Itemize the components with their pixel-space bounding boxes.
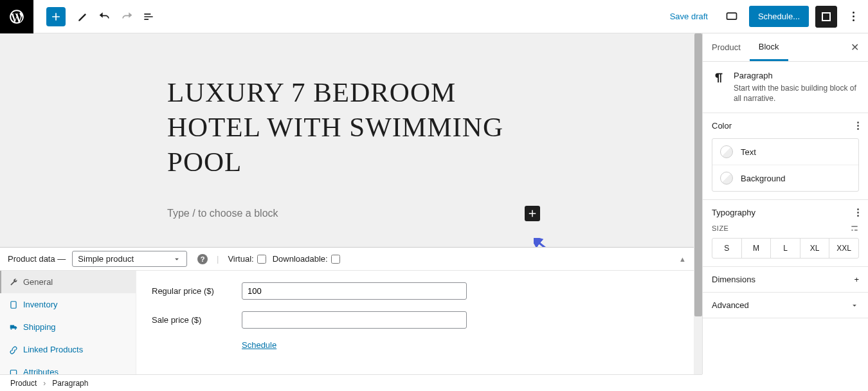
breadcrumb: Product › Paragraph (0, 374, 702, 391)
svg-rect-0 (727, 13, 736, 19)
breadcrumb-root[interactable]: Product (10, 379, 37, 388)
wordpress-icon (8, 8, 25, 25)
block-type-name: Paragraph (734, 71, 859, 80)
save-draft-button[interactable]: Save draft (664, 6, 714, 26)
tab-attributes[interactable]: Attributes (0, 361, 136, 374)
tab-product[interactable]: Product (703, 33, 750, 61)
sale-price-input[interactable] (242, 311, 467, 329)
breadcrumb-current[interactable]: Paragraph (52, 379, 88, 388)
svg-rect-3 (10, 370, 16, 374)
size-l[interactable]: L (771, 239, 800, 258)
redo-icon (120, 10, 133, 23)
add-block-button[interactable] (525, 206, 540, 221)
collapse-metabox[interactable]: ▲ (679, 255, 686, 263)
svg-rect-2 (11, 301, 16, 308)
scrollbar[interactable] (694, 33, 702, 374)
link-icon (9, 345, 18, 354)
size-xl[interactable]: XL (800, 239, 830, 258)
color-swatch-icon (720, 172, 733, 185)
wordpress-logo[interactable] (0, 0, 33, 33)
text-color-option[interactable]: Text (712, 139, 858, 165)
list-icon (142, 10, 155, 23)
sale-price-label: Sale price ($) (152, 315, 229, 325)
typography-panel-header[interactable]: Typography (712, 208, 859, 217)
kebab-icon (857, 208, 859, 217)
kebab-icon (857, 122, 859, 130)
post-title[interactable]: LUXURY 7 BEDROOM HOTEL WITH SWIMMING POO… (167, 75, 527, 179)
clipboard-icon (9, 300, 18, 309)
product-tabs: General Inventory Shipping Linked Produc… (0, 271, 136, 374)
wrench-icon (9, 278, 18, 287)
settings-toggle-button[interactable] (815, 6, 837, 28)
toggle-inserter-button[interactable] (46, 7, 66, 26)
preview-button[interactable] (721, 6, 743, 28)
plus-icon (50, 10, 62, 23)
sliders-icon[interactable] (850, 224, 859, 233)
downloadable-checkbox[interactable]: Downloadable: (273, 254, 340, 264)
product-data-label: Product data — (8, 254, 66, 264)
color-panel-header[interactable]: Color (712, 121, 859, 131)
undo-icon (98, 10, 111, 23)
background-color-option[interactable]: Background (712, 165, 858, 191)
redo-button[interactable] (116, 6, 138, 28)
close-settings-button[interactable]: ✕ (842, 41, 868, 53)
dimensions-panel[interactable]: Dimensions + (712, 275, 859, 284)
regular-price-label: Regular price ($) (152, 286, 229, 296)
editor-canvas: LUXURY 7 BEDROOM HOTEL WITH SWIMMING POO… (0, 33, 702, 374)
plus-icon: + (854, 275, 859, 284)
tab-inventory[interactable]: Inventory (0, 293, 136, 316)
chevron-down-icon (172, 255, 181, 264)
product-data-metabox: Product data — Simple product ? | Virtua… (0, 247, 694, 374)
size-xxl[interactable]: XXL (829, 239, 858, 258)
list-view-button[interactable] (138, 6, 159, 28)
tab-shipping[interactable]: Shipping (0, 316, 136, 338)
size-button-group: S M L XL XXL (712, 238, 859, 259)
advanced-panel[interactable]: Advanced (712, 300, 859, 310)
plus-icon (527, 208, 538, 219)
undo-button[interactable] (94, 6, 116, 28)
schedule-sale-link[interactable]: Schedule (242, 340, 276, 350)
virtual-checkbox[interactable]: Virtual: (228, 254, 266, 264)
top-toolbar: Save draft Schedule... (0, 0, 868, 33)
product-type-select[interactable]: Simple product (72, 251, 187, 267)
block-type-desc: Start with the basic building block of a… (734, 83, 859, 104)
options-button[interactable] (844, 12, 863, 21)
edit-icon (77, 10, 89, 23)
paragraph-icon (712, 71, 726, 85)
regular-price-input[interactable] (242, 282, 467, 300)
chevron-down-icon (850, 301, 859, 310)
preview-icon (725, 10, 738, 23)
truck-icon (9, 323, 18, 332)
chevron-right-icon: › (43, 379, 46, 388)
size-m[interactable]: M (742, 239, 772, 258)
tab-linked-products[interactable]: Linked Products (0, 338, 136, 361)
tools-button[interactable] (72, 6, 94, 28)
schedule-button[interactable]: Schedule... (749, 6, 809, 27)
size-label: Size (712, 224, 728, 232)
tab-block[interactable]: Block (750, 33, 788, 61)
tag-icon (9, 368, 18, 375)
size-s[interactable]: S (712, 239, 742, 258)
tab-general[interactable]: General (0, 271, 136, 293)
color-swatch-icon (720, 145, 733, 158)
sidebar-icon (822, 12, 831, 21)
help-icon[interactable]: ? (197, 254, 208, 264)
block-appender-input[interactable] (167, 208, 525, 219)
settings-sidebar: Product Block ✕ Paragraph Start with the… (702, 33, 868, 374)
